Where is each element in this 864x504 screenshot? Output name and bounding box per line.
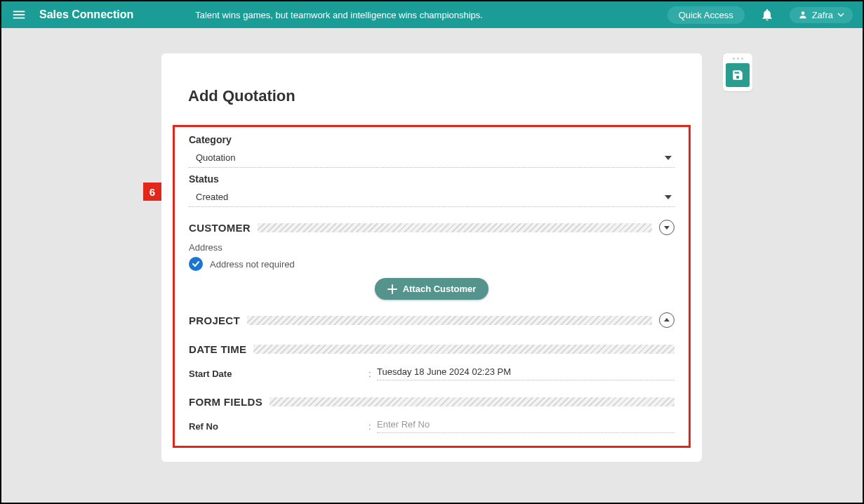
save-widget [723, 53, 752, 91]
user-icon [798, 10, 808, 20]
start-date-label: Start Date [189, 369, 368, 379]
user-menu[interactable]: Zafra [790, 7, 853, 23]
svg-rect-1 [13, 14, 25, 15]
address-row: Address not required [189, 257, 674, 271]
save-button[interactable] [726, 63, 750, 87]
save-icon [731, 69, 744, 81]
formfields-section-head: FORM FIELDS [189, 396, 674, 408]
form-area: Category Quotation Status Created CUSTOM… [173, 125, 691, 448]
project-section-head: PROJECT [189, 312, 674, 328]
start-date-row: Start Date : Tuesday 18 June 2024 02:23 … [189, 366, 674, 380]
plus-icon [387, 284, 397, 294]
header-tagline: Talent wins games, but teamwork and inte… [195, 10, 483, 20]
chevron-down-icon [665, 195, 672, 199]
divider [253, 345, 674, 354]
category-label: Category [189, 134, 674, 145]
chevron-down-icon [664, 226, 670, 230]
category-value: Quotation [196, 152, 665, 163]
page-body: 6 Add Quotation Category Quotation Statu… [1, 28, 863, 503]
project-title: PROJECT [189, 314, 240, 326]
formfields-title: FORM FIELDS [189, 396, 262, 408]
chevron-down-icon [665, 156, 672, 160]
address-value: Address not required [210, 259, 295, 270]
step-badge: 6 [143, 183, 161, 201]
notifications-icon[interactable] [760, 8, 774, 22]
svg-rect-0 [13, 11, 25, 13]
page-title: Add Quotation [188, 87, 691, 105]
project-toggle[interactable] [659, 312, 674, 328]
customer-toggle[interactable] [659, 220, 674, 235]
start-date-value[interactable]: Tuesday 18 June 2024 02:23 PM [377, 366, 674, 380]
ref-no-row: Ref No : [189, 419, 674, 433]
svg-point-3 [801, 11, 804, 15]
category-select[interactable]: Quotation [189, 148, 674, 168]
chevron-up-icon [664, 318, 670, 321]
quotation-card: 6 Add Quotation Category Quotation Statu… [161, 53, 702, 462]
attach-customer-label: Attach Customer [403, 284, 477, 294]
divider [247, 316, 652, 325]
ref-no-input[interactable] [377, 419, 674, 433]
user-name: Zafra [812, 10, 833, 20]
quick-access-button[interactable]: Quick Access [667, 6, 745, 24]
app-header: Sales Connection Talent wins games, but … [1, 1, 863, 28]
status-select[interactable]: Created [189, 187, 674, 207]
svg-rect-2 [13, 18, 25, 19]
status-label: Status [189, 173, 674, 185]
drag-handle-icon[interactable] [726, 58, 750, 60]
chevron-down-icon [837, 11, 844, 18]
address-label: Address [189, 242, 674, 253]
customer-section-head: CUSTOMER [189, 220, 674, 235]
status-value: Created [196, 192, 665, 202]
menu-icon[interactable] [11, 7, 27, 22]
ref-no-label: Ref No [189, 421, 368, 432]
divider [270, 397, 674, 406]
address-check-icon[interactable] [189, 257, 203, 271]
datetime-section-head: DATE TIME [189, 343, 674, 355]
datetime-title: DATE TIME [189, 343, 246, 355]
brand-title: Sales Connection [39, 8, 133, 21]
customer-title: CUSTOMER [189, 222, 251, 234]
divider [258, 223, 652, 232]
attach-customer-button[interactable]: Attach Customer [375, 278, 489, 300]
